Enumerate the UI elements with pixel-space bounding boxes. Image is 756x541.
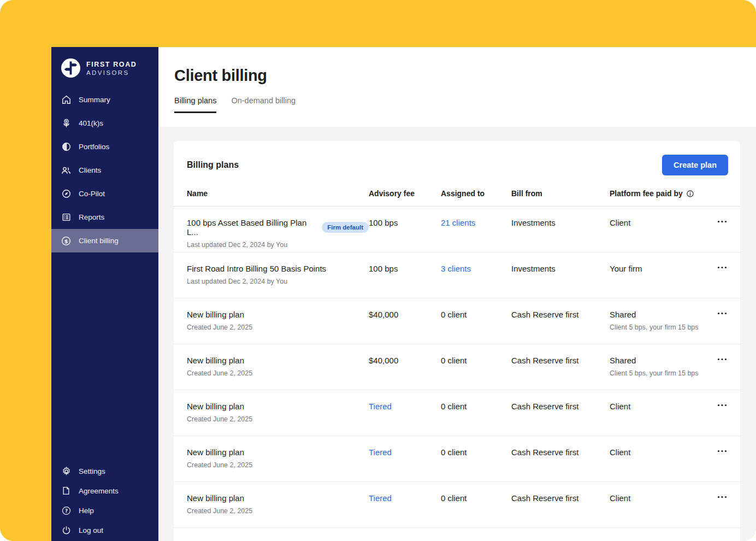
assigned-clients-value: 0 client — [441, 448, 511, 457]
table-row[interactable]: New billing plan Created June 2, 2025 Ti… — [174, 436, 740, 482]
card-header: Billing plans Create plan — [174, 141, 740, 187]
bill-from-value: Cash Reserve first — [511, 402, 610, 411]
platform-fee-subtext: Client 5 bps, your firm 15 bps — [610, 324, 706, 331]
advisory-fee-value: 100 bps — [369, 264, 441, 273]
assigned-clients-value: 0 client — [441, 310, 511, 319]
svg-text:$: $ — [64, 238, 68, 244]
table-row[interactable]: 100 bps Asset Based Billing Plan L... Fi… — [174, 207, 740, 252]
sidebar-nav: Summary 401(k)s — [51, 88, 158, 252]
people-icon — [61, 165, 72, 176]
row-menu-button[interactable] — [716, 403, 728, 408]
table-row[interactable]: First Road Intro Billing 50 Basis Points… — [174, 252, 740, 298]
bill-from-value: Investments — [511, 218, 610, 227]
sidebar-item-label: Portfolios — [79, 143, 109, 151]
column-header-name: Name — [187, 189, 369, 198]
platform-fee-subtext: Client 5 bps, your firm 15 bps — [610, 369, 706, 377]
sidebar-item-label: Co-Pilot — [79, 190, 105, 198]
sidebar-item-client-billing[interactable]: $ Client billing — [51, 229, 158, 252]
advisory-fee-value: 100 bps — [369, 218, 441, 227]
assigned-clients-link[interactable]: 3 clients — [441, 264, 511, 273]
sidebar-item-settings[interactable]: Settings — [51, 461, 158, 481]
sidebar-item-reports[interactable]: Reports — [51, 205, 158, 229]
plan-subtext: Created June 2, 2025 — [187, 369, 369, 377]
sidebar-item-portfolios[interactable]: Portfolios — [51, 135, 158, 158]
content-area: Billing plans Create plan Name Advisory … — [158, 127, 756, 541]
bill-from-value: Investments — [511, 264, 610, 273]
sidebar-item-label: Reports — [79, 213, 104, 221]
report-icon — [61, 212, 72, 223]
sidebar-item-label: Agreements — [79, 487, 119, 495]
assigned-clients-value: 0 client — [441, 356, 511, 365]
row-menu-button[interactable] — [716, 265, 728, 270]
app-frame: FIRST ROAD ADVISORS Summary — [0, 0, 756, 541]
power-icon — [61, 525, 72, 536]
brand-logo: FIRST ROAD ADVISORS — [51, 47, 158, 88]
plan-name: 100 bps Asset Based Billing Plan L... — [187, 218, 317, 237]
advisory-fee-value: $40,000 — [369, 356, 441, 365]
row-menu-button[interactable] — [716, 311, 728, 316]
row-menu-button[interactable] — [716, 495, 728, 499]
plan-name: New billing plan — [187, 310, 369, 319]
platform-fee-value: Client — [610, 218, 706, 227]
info-icon[interactable] — [686, 190, 694, 198]
platform-fee-value: Client — [610, 448, 706, 457]
sidebar-item-summary[interactable]: Summary — [51, 88, 158, 111]
signpost-icon — [61, 58, 81, 78]
row-menu-button[interactable] — [716, 219, 728, 224]
platform-fee-value: Your firm — [610, 264, 706, 273]
create-plan-button[interactable]: Create plan — [662, 155, 728, 175]
main-content: Client billing Billing plans On-demand b… — [158, 47, 756, 541]
table-row[interactable]: New billing plan Created June 2, 2025 Ti… — [174, 390, 740, 436]
page-title: Client billing — [174, 67, 756, 85]
table-row[interactable]: New billing plan Created June 2, 2025 Ti… — [174, 482, 740, 528]
bill-from-value: Cash Reserve first — [511, 448, 610, 457]
bill-from-value: Cash Reserve first — [511, 356, 610, 365]
tiered-fee-link[interactable]: Tiered — [369, 402, 441, 411]
platform-fee-value: Shared — [610, 310, 706, 319]
billing-plans-card: Billing plans Create plan Name Advisory … — [174, 141, 740, 541]
sidebar-item-label: 401(k)s — [79, 119, 103, 127]
sidebar-item-agreements[interactable]: Agreements — [51, 481, 158, 501]
tiered-fee-link[interactable]: Tiered — [369, 448, 441, 457]
plan-name: New billing plan — [187, 356, 369, 365]
sidebar-item-401ks[interactable]: 401(k)s — [51, 111, 158, 135]
sidebar: FIRST ROAD ADVISORS Summary — [51, 47, 158, 541]
advisory-fee-value: $40,000 — [369, 310, 441, 319]
tab-bar: Billing plans On-demand billing — [174, 96, 756, 113]
brand-line1: FIRST ROAD — [86, 61, 137, 68]
sidebar-item-label: Log out — [79, 526, 103, 534]
plan-subtext: Created June 2, 2025 — [187, 324, 369, 331]
sidebar-item-logout[interactable]: Log out — [51, 520, 158, 540]
house-icon — [61, 95, 72, 105]
table-header-row: Name Advisory fee Assigned to Bill from … — [174, 187, 740, 207]
table-row[interactable]: New billing plan Created June 2, 2025 $4… — [174, 344, 740, 390]
table-row[interactable]: New billing plan Created June 2, 2025 $4… — [174, 298, 740, 344]
document-icon — [61, 485, 72, 496]
platform-fee-value: Client — [610, 402, 706, 411]
dollar-circle-icon: $ — [61, 236, 72, 246]
assigned-clients-value: 0 client — [441, 402, 511, 411]
sidebar-item-clients[interactable]: Clients — [51, 158, 158, 182]
assigned-clients-link[interactable]: 21 clients — [441, 218, 511, 227]
column-header-bill-from: Bill from — [511, 189, 610, 198]
flower-icon — [61, 118, 72, 129]
svg-text:?: ? — [64, 508, 67, 513]
tiered-fee-link[interactable]: Tiered — [369, 493, 441, 503]
column-header-assigned-to: Assigned to — [441, 189, 511, 198]
plan-subtext: Created June 2, 2025 — [187, 415, 369, 423]
platform-fee-value: Shared — [610, 356, 706, 365]
pie-chart-icon — [61, 142, 72, 152]
sidebar-bottom-nav: Settings Agreements ? Help — [51, 461, 158, 541]
tab-billing-plans[interactable]: Billing plans — [174, 96, 216, 113]
gear-icon — [61, 466, 72, 477]
plan-subtext: Created June 2, 2025 — [187, 461, 369, 469]
brand-name: FIRST ROAD ADVISORS — [86, 61, 137, 76]
row-menu-button[interactable] — [716, 357, 728, 362]
tab-on-demand-billing[interactable]: On-demand billing — [231, 96, 296, 113]
sidebar-item-label: Client billing — [79, 237, 119, 245]
sidebar-item-help[interactable]: ? Help — [51, 501, 158, 520]
sidebar-item-copilot[interactable]: Co-Pilot — [51, 182, 158, 205]
row-menu-button[interactable] — [716, 449, 728, 454]
column-header-platform-fee: Platform fee paid by — [610, 189, 706, 198]
platform-fee-value: Client — [610, 493, 706, 503]
